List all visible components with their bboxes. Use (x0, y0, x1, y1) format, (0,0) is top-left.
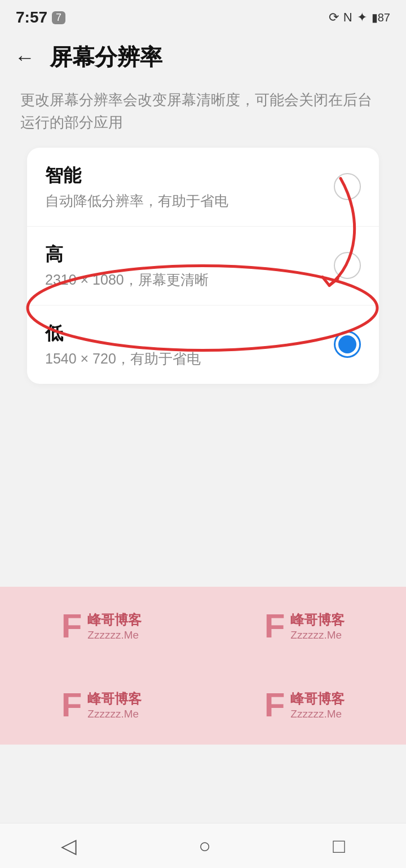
bluetooth-icon: ✦ (357, 10, 367, 25)
page-title: 屏幕分辨率 (50, 42, 162, 73)
nfc-icon: N (343, 10, 352, 25)
wm-f-3: F (61, 688, 82, 722)
wm-brand-1: 峰哥博客 (87, 611, 142, 629)
watermark-area: F 峰哥博客 Zzzzzz.Me F 峰哥博客 Zzzzzz.Me F 峰哥博客… (0, 587, 406, 745)
radio-low-inner (338, 335, 356, 353)
option-high-text: 高 2310 × 1080，屏幕更清晰 (45, 242, 334, 289)
nav-back-button[interactable]: ◁ (44, 829, 94, 863)
notif-badge: 7 (52, 11, 65, 24)
nav-recents-button[interactable]: □ (316, 829, 362, 863)
bottom-nav: ◁ ○ □ (0, 823, 406, 868)
option-smart-title: 智能 (45, 163, 334, 188)
wm-cell-3: F 峰哥博客 Zzzzzz.Me (0, 666, 203, 745)
wm-brand-2: 峰哥博客 (290, 611, 345, 629)
status-time: 7:57 (16, 8, 47, 26)
wm-text-4: 峰哥博客 Zzzzzz.Me (290, 690, 345, 720)
option-low-subtitle: 868 × 406，有助于省电 (45, 349, 334, 368)
option-low-title: 低 (45, 321, 334, 346)
option-high-title: 高 (45, 242, 334, 267)
wm-sub-2: Zzzzzz.Me (290, 629, 345, 641)
header: ← 屏幕分辨率 (0, 32, 406, 83)
rotate-icon: ⟳ (329, 10, 339, 25)
status-bar-left: 7:57 7 (16, 8, 65, 26)
option-smart-text: 智能 自动降低分辨率，有助于省电 (45, 163, 334, 210)
options-card: 智能 自动降低分辨率，有助于省电 高 2310 × 1080，屏幕更清晰 低 1… (27, 148, 379, 384)
nav-home-button[interactable]: ○ (182, 829, 228, 863)
wm-brand-4: 峰哥博客 (290, 690, 345, 708)
wm-brand-3: 峰哥博客 (87, 690, 142, 708)
radio-high[interactable] (334, 252, 361, 279)
status-bar: 7:57 7 ⟳ N ✦ ▮87 (0, 0, 406, 32)
status-bar-right: ⟳ N ✦ ▮87 (329, 10, 390, 25)
option-low[interactable]: 低 868 × 406，有助于省电 (27, 305, 379, 384)
wm-text-1: 峰哥博客 Zzzzzz.Me (87, 611, 142, 641)
option-smart-subtitle: 自动降低分辨率，有助于省电 (45, 192, 334, 210)
wm-sub-4: Zzzzzz.Me (290, 708, 345, 720)
empty-space (0, 384, 406, 564)
wm-text-2: 峰哥博客 Zzzzzz.Me (290, 611, 345, 641)
option-high-subtitle: 2310 × 1080，屏幕更清晰 (45, 271, 334, 289)
option-smart[interactable]: 智能 自动降低分辨率，有助于省电 (27, 148, 379, 227)
wm-f-1: F (61, 609, 82, 643)
battery-icon: ▮87 (372, 11, 390, 24)
option-high[interactable]: 高 2310 × 1080，屏幕更清晰 (27, 227, 379, 305)
wm-sub-3: Zzzzzz.Me (87, 708, 142, 720)
radio-low[interactable] (334, 331, 361, 358)
option-low-text: 低 868 × 406，有助于省电 (45, 321, 334, 368)
description-text: 更改屏幕分辨率会改变屏幕清晰度，可能会关闭在后台运行的部分应用 (0, 83, 406, 148)
wm-text-3: 峰哥博客 Zzzzzz.Me (87, 690, 142, 720)
wm-f-4: F (264, 688, 285, 722)
wm-cell-4: F 峰哥博客 Zzzzzz.Me (203, 666, 406, 745)
wm-cell-2: F 峰哥博客 Zzzzzz.Me (203, 587, 406, 666)
wm-sub-1: Zzzzzz.Me (87, 629, 142, 641)
wm-cell-1: F 峰哥博客 Zzzzzz.Me (0, 587, 203, 666)
back-button[interactable]: ← (10, 45, 39, 70)
wm-f-2: F (264, 609, 285, 643)
radio-smart[interactable] (334, 173, 361, 200)
